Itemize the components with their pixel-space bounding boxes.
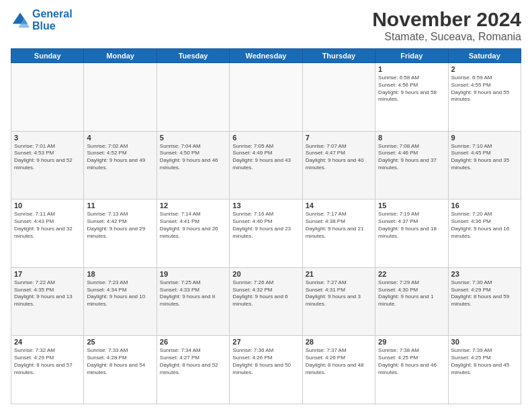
day-number: 14: [306, 201, 372, 210]
day-info: Sunrise: 6:59 AM Sunset: 4:55 PM Dayligh…: [451, 75, 518, 103]
day-number: 2: [451, 65, 518, 73]
day-cell: 15Sunrise: 7:19 AM Sunset: 4:37 PM Dayli…: [375, 199, 448, 268]
day-number: 22: [378, 270, 445, 278]
day-info: Sunrise: 7:04 AM Sunset: 4:50 PM Dayligh…: [160, 143, 226, 172]
day-info: Sunrise: 7:33 AM Sunset: 4:28 PM Dayligh…: [87, 347, 153, 376]
day-cell: 9Sunrise: 7:10 AM Sunset: 4:45 PM Daylig…: [448, 131, 521, 199]
day-cell: 17Sunrise: 7:22 AM Sunset: 4:35 PM Dayli…: [11, 267, 84, 336]
day-number: 23: [451, 270, 518, 278]
calendar-table: Sunday Monday Tuesday Wednesday Thursday…: [11, 48, 521, 404]
day-number: 20: [232, 270, 299, 278]
day-cell: 7Sunrise: 7:07 AM Sunset: 4:47 PM Daylig…: [302, 131, 375, 199]
day-number: 12: [160, 201, 226, 210]
day-number: 21: [306, 270, 372, 278]
day-number: 5: [160, 134, 226, 142]
week-row-4: 17Sunrise: 7:22 AM Sunset: 4:35 PM Dayli…: [11, 267, 521, 336]
day-info: Sunrise: 7:14 AM Sunset: 4:41 PM Dayligh…: [160, 211, 226, 240]
day-info: Sunrise: 7:39 AM Sunset: 4:25 PM Dayligh…: [451, 347, 518, 376]
day-info: Sunrise: 7:16 AM Sunset: 4:40 PM Dayligh…: [232, 211, 299, 240]
day-info: Sunrise: 7:25 AM Sunset: 4:33 PM Dayligh…: [160, 279, 226, 308]
day-info: Sunrise: 7:10 AM Sunset: 4:45 PM Dayligh…: [451, 143, 518, 172]
day-number: 28: [306, 338, 372, 346]
col-friday: Friday: [375, 49, 448, 63]
day-cell: 12Sunrise: 7:14 AM Sunset: 4:41 PM Dayli…: [157, 199, 229, 268]
day-number: 25: [87, 338, 153, 346]
day-info: Sunrise: 7:08 AM Sunset: 4:46 PM Dayligh…: [378, 143, 445, 172]
day-cell: [84, 63, 157, 132]
day-number: 1: [378, 65, 445, 73]
day-info: Sunrise: 7:13 AM Sunset: 4:42 PM Dayligh…: [87, 211, 153, 240]
day-cell: 3Sunrise: 7:01 AM Sunset: 4:53 PM Daylig…: [11, 131, 84, 199]
day-cell: 11Sunrise: 7:13 AM Sunset: 4:42 PM Dayli…: [84, 199, 157, 268]
day-info: Sunrise: 7:19 AM Sunset: 4:37 PM Dayligh…: [378, 211, 445, 240]
logo-line1: General: [32, 8, 73, 19]
col-thursday: Thursday: [302, 49, 375, 63]
day-info: Sunrise: 7:30 AM Sunset: 4:29 PM Dayligh…: [451, 279, 518, 308]
week-row-5: 24Sunrise: 7:32 AM Sunset: 4:29 PM Dayli…: [11, 336, 521, 404]
day-cell: 20Sunrise: 7:26 AM Sunset: 4:32 PM Dayli…: [230, 267, 302, 336]
day-number: 19: [160, 270, 226, 278]
day-number: 15: [378, 201, 445, 210]
day-number: 29: [378, 338, 445, 346]
day-info: Sunrise: 7:29 AM Sunset: 4:30 PM Dayligh…: [378, 279, 445, 308]
day-number: 8: [378, 134, 445, 142]
day-cell: 14Sunrise: 7:17 AM Sunset: 4:38 PM Dayli…: [302, 199, 375, 268]
day-cell: 13Sunrise: 7:16 AM Sunset: 4:40 PM Dayli…: [230, 199, 302, 268]
day-number: 17: [14, 270, 81, 278]
day-cell: 26Sunrise: 7:34 AM Sunset: 4:27 PM Dayli…: [157, 336, 229, 404]
week-row-2: 3Sunrise: 7:01 AM Sunset: 4:53 PM Daylig…: [11, 131, 521, 199]
day-cell: 8Sunrise: 7:08 AM Sunset: 4:46 PM Daylig…: [375, 131, 448, 199]
main-title: November 2024: [372, 8, 521, 31]
day-info: Sunrise: 6:58 AM Sunset: 4:56 PM Dayligh…: [378, 75, 445, 103]
day-cell: 19Sunrise: 7:25 AM Sunset: 4:33 PM Dayli…: [157, 267, 229, 336]
day-number: 6: [232, 134, 299, 142]
day-cell: 5Sunrise: 7:04 AM Sunset: 4:50 PM Daylig…: [157, 131, 229, 199]
day-number: 27: [232, 338, 299, 346]
logo-line2: Blue: [32, 20, 56, 32]
day-cell: 6Sunrise: 7:05 AM Sunset: 4:49 PM Daylig…: [230, 131, 302, 199]
day-cell: [157, 63, 229, 132]
day-cell: 2Sunrise: 6:59 AM Sunset: 4:55 PM Daylig…: [448, 63, 521, 132]
day-number: 24: [14, 338, 81, 346]
col-wednesday: Wednesday: [230, 49, 302, 63]
day-number: 13: [232, 201, 299, 210]
day-number: 10: [14, 201, 81, 210]
day-number: 9: [451, 134, 518, 142]
day-cell: 25Sunrise: 7:33 AM Sunset: 4:28 PM Dayli…: [84, 336, 157, 404]
header: General Blue November 2024 Stamate, Suce…: [11, 8, 521, 43]
day-info: Sunrise: 7:20 AM Sunset: 4:36 PM Dayligh…: [451, 211, 518, 240]
week-row-3: 10Sunrise: 7:11 AM Sunset: 4:43 PM Dayli…: [11, 199, 521, 268]
page: General Blue November 2024 Stamate, Suce…: [0, 0, 532, 411]
week-row-1: 1Sunrise: 6:58 AM Sunset: 4:56 PM Daylig…: [11, 63, 521, 132]
day-cell: 28Sunrise: 7:37 AM Sunset: 4:26 PM Dayli…: [302, 336, 375, 404]
day-info: Sunrise: 7:27 AM Sunset: 4:31 PM Dayligh…: [306, 279, 372, 308]
title-block: November 2024 Stamate, Suceava, Romania: [372, 8, 521, 43]
logo: General Blue: [11, 8, 73, 32]
header-row: Sunday Monday Tuesday Wednesday Thursday…: [11, 49, 521, 63]
day-info: Sunrise: 7:34 AM Sunset: 4:27 PM Dayligh…: [160, 347, 226, 376]
day-cell: 24Sunrise: 7:32 AM Sunset: 4:29 PM Dayli…: [11, 336, 84, 404]
day-info: Sunrise: 7:36 AM Sunset: 4:26 PM Dayligh…: [232, 347, 299, 376]
day-cell: [302, 63, 375, 132]
day-info: Sunrise: 7:01 AM Sunset: 4:53 PM Dayligh…: [14, 143, 81, 172]
col-sunday: Sunday: [11, 49, 84, 63]
col-tuesday: Tuesday: [157, 49, 229, 63]
day-number: 11: [87, 201, 153, 210]
day-cell: 1Sunrise: 6:58 AM Sunset: 4:56 PM Daylig…: [375, 63, 448, 132]
day-cell: 10Sunrise: 7:11 AM Sunset: 4:43 PM Dayli…: [11, 199, 84, 268]
logo-icon: [11, 11, 30, 30]
day-info: Sunrise: 7:07 AM Sunset: 4:47 PM Dayligh…: [306, 143, 372, 172]
day-cell: [230, 63, 302, 132]
day-info: Sunrise: 7:32 AM Sunset: 4:29 PM Dayligh…: [14, 347, 81, 376]
day-cell: [11, 63, 84, 132]
col-saturday: Saturday: [448, 49, 521, 63]
day-cell: 4Sunrise: 7:02 AM Sunset: 4:52 PM Daylig…: [84, 131, 157, 199]
day-info: Sunrise: 7:11 AM Sunset: 4:43 PM Dayligh…: [14, 211, 81, 240]
day-cell: 23Sunrise: 7:30 AM Sunset: 4:29 PM Dayli…: [448, 267, 521, 336]
day-info: Sunrise: 7:38 AM Sunset: 4:25 PM Dayligh…: [378, 347, 445, 376]
logo-text: General Blue: [32, 8, 73, 32]
day-number: 3: [14, 134, 81, 142]
day-cell: 16Sunrise: 7:20 AM Sunset: 4:36 PM Dayli…: [448, 199, 521, 268]
day-info: Sunrise: 7:22 AM Sunset: 4:35 PM Dayligh…: [14, 279, 81, 308]
day-info: Sunrise: 7:37 AM Sunset: 4:26 PM Dayligh…: [306, 347, 372, 376]
